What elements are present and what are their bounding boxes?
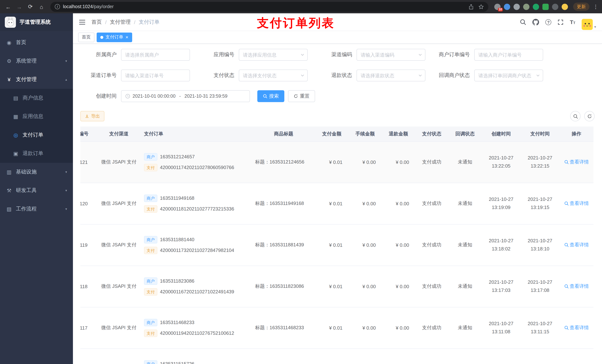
browser-menu-icon[interactable]: ⋮ [593, 4, 598, 10]
share-icon[interactable] [468, 4, 474, 10]
sidebar-item-workflow[interactable]: ▧ 工作流程 ▾ [0, 200, 73, 218]
view-detail-link[interactable]: 查看详情 [564, 241, 589, 248]
merchant-select[interactable] [121, 49, 190, 61]
sidebar-item-merchant-info[interactable]: ▤ 商户信息 [0, 89, 73, 107]
status-cell: 支付成功 [415, 266, 448, 307]
create-time-range-picker[interactable]: 2021-10-01 00:00:00 - 2021-10-31 23:59:5… [121, 90, 250, 102]
collapse-sidebar-icon[interactable] [79, 19, 86, 25]
actions-cell [559, 348, 593, 364]
pay-time-cell: 2021-10-2713:22:15 [521, 141, 559, 183]
notify-status-select[interactable] [474, 70, 543, 81]
pay-tag: 支付 [144, 288, 157, 295]
refresh-icon [294, 94, 298, 98]
chevron-down-icon: ▾ [65, 170, 67, 174]
refresh-table-button[interactable] [584, 111, 595, 121]
magnifier-icon [564, 325, 569, 330]
breadcrumb-payment[interactable]: 支付管理 [110, 19, 131, 25]
chat-extension-icon[interactable] [542, 3, 549, 10]
forward-button[interactable]: → [15, 2, 24, 11]
avatar-dropdown-icon[interactable]: ▾ [594, 25, 596, 29]
github-icon[interactable] [533, 19, 539, 25]
pay-tag: 支付 [144, 164, 157, 171]
fee-cell: ¥ 0.00 [348, 141, 382, 183]
site-info-icon[interactable]: i [55, 4, 60, 9]
pin-extension-icon[interactable] [552, 3, 558, 10]
magnifier-icon [564, 201, 569, 206]
sidebar-item-dev-tools[interactable]: ⚒ 研发工具 ▾ [0, 181, 73, 200]
table-header-row: 编号 支付渠道 支付订单 商品标题 支付金额 手续金额 退款金额 支付状态 回调… [80, 126, 593, 141]
menu-label: 退款订单 [22, 150, 43, 157]
sidebar-menu: ◉ 首页 ⚙ 系统管理 ▾ ¥ 支付管理 ▴ ▤ 商户信息 [0, 31, 73, 218]
channel-cell: 微信 JSAPI 支付 [97, 224, 141, 266]
pay-tag: 支付 [144, 329, 157, 337]
create-time-cell: 2021-10-2713:19:09 [482, 183, 521, 224]
app-title: 芋道管理系统 [20, 19, 51, 26]
reset-button[interactable]: 重置 [288, 90, 315, 102]
sidebar-item-infra[interactable]: ▥ 基础设施 ▾ [0, 163, 73, 181]
sidebar-item-refund-order[interactable]: ▣ 退款订单 [0, 144, 73, 163]
merchant-tag: 商户 [144, 277, 157, 285]
breadcrumb-home[interactable]: 首页 [91, 19, 102, 25]
table-row: 119 微信 JSAPI 支付 商户1635311881440 支付420000… [80, 224, 593, 266]
merchant-order-no-input[interactable] [474, 49, 543, 61]
refund-cell [382, 348, 415, 364]
page-content: 所属商户 应用编号 渠道编码 商户订单编号 [73, 44, 602, 364]
search-icon[interactable] [520, 19, 526, 25]
pay-time-cell: 2021-10-2713:17:08 [521, 266, 559, 307]
col-pay-time: 支付时间 [521, 126, 559, 141]
title-cell: 标题：1635311823086 [252, 266, 315, 307]
sage-extension-icon[interactable] [523, 3, 529, 10]
table-row: 117 微信 JSAPI 支付 商户1635311468233 支付420000… [80, 307, 593, 348]
fee-cell: ¥ 0.00 [348, 183, 382, 224]
fullscreen-icon[interactable] [558, 19, 564, 25]
check-extension-icon[interactable] [533, 3, 539, 10]
active-dot [100, 36, 103, 39]
sidebar-item-pay-order[interactable]: ◎ 支付订单 [0, 126, 73, 144]
logo-area[interactable]: 芋道管理系统 [0, 13, 73, 31]
chrome-update-button[interactable]: 更新 [573, 3, 589, 11]
refund-status-select[interactable] [356, 70, 425, 81]
view-detail-link[interactable]: 查看详情 [564, 324, 589, 331]
view-detail-link[interactable]: 查看详情 [564, 283, 589, 290]
close-icon[interactable]: × [126, 35, 128, 40]
gray-extension-icon[interactable] [514, 3, 520, 10]
avatar[interactable] [582, 19, 593, 30]
drop-extension-icon[interactable] [504, 3, 510, 10]
tab-pay-order[interactable]: 支付订单 × [97, 32, 132, 42]
address-bar[interactable]: i localhost:1024/pay/order [50, 2, 488, 12]
font-size-icon[interactable]: TT [570, 19, 575, 25]
tab-home[interactable]: 首页 [78, 32, 94, 42]
home-button[interactable]: ⌂ [37, 2, 46, 11]
order-cell: 商户1635311515726 支付 [141, 348, 252, 364]
workflow-icon: ▧ [6, 206, 12, 212]
pay-time-cell: 2021-10-2713:19:15 [521, 183, 559, 224]
channel-order-no-input[interactable] [121, 70, 190, 81]
refund-cell: ¥ 0.00 [382, 141, 415, 183]
sidebar-item-app-info[interactable]: ▦ 应用信息 [0, 107, 73, 126]
pay-status-select[interactable] [239, 70, 308, 81]
logo-image [5, 17, 16, 28]
bookmark-star-icon[interactable] [478, 4, 484, 10]
reload-button[interactable]: ⟳ [26, 2, 35, 11]
puzzle-extension-icon[interactable]: 10 [494, 3, 501, 10]
notify-cell: 未通知 [448, 307, 482, 348]
browser-toolbar: ← → ⟳ ⌂ i localhost:1024/pay/order 10 更新… [0, 0, 602, 13]
app-id-select[interactable] [239, 49, 308, 61]
profile-avatar-icon[interactable] [562, 3, 568, 10]
toggle-search-button[interactable] [570, 111, 580, 121]
help-icon[interactable]: ? [546, 19, 551, 25]
sidebar-item-system[interactable]: ⚙ 系统管理 ▾ [0, 52, 73, 70]
field-label: 商户订单编号 [434, 52, 474, 58]
export-button[interactable]: 导出 [80, 111, 104, 121]
pay-time-cell: 2021-10-2713:11:15 [521, 307, 559, 348]
actions-cell: 查看详情 [559, 141, 593, 183]
col-refund: 退款金额 [382, 126, 415, 141]
sidebar-item-home[interactable]: ◉ 首页 [0, 33, 73, 52]
view-detail-link[interactable]: 查看详情 [564, 200, 589, 207]
sidebar-item-payment[interactable]: ¥ 支付管理 ▴ [0, 70, 73, 89]
view-detail-link[interactable]: 查看详情 [564, 159, 589, 165]
search-button[interactable]: 搜索 [257, 90, 284, 102]
back-button[interactable]: ← [4, 2, 13, 11]
channel-code-select[interactable] [356, 49, 425, 61]
title-cell: 标题：1635312124656 [252, 141, 315, 183]
